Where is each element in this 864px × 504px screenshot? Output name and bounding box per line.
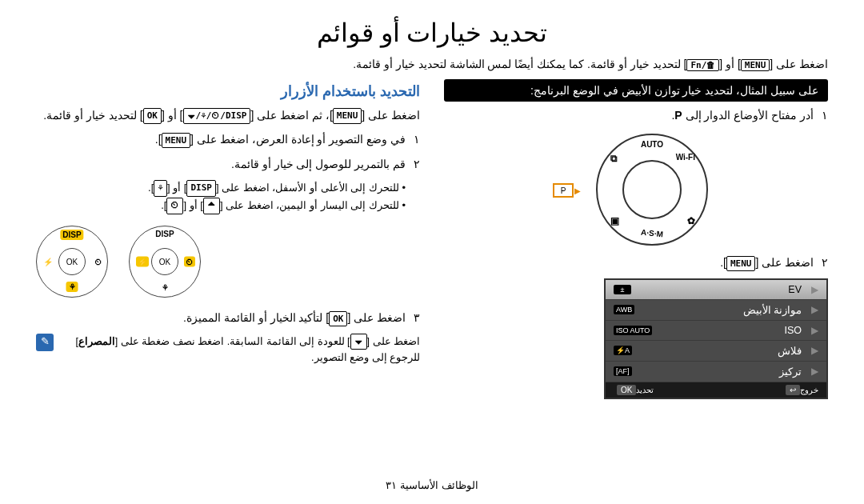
- t: اضغط على: [773, 58, 828, 70]
- menu-row-ev[interactable]: ± EV ▶: [606, 280, 826, 300]
- menu-icon: ±: [614, 285, 631, 294]
- page-title: تحديد خيارات أو قوائم: [0, 0, 864, 48]
- menu-label: ISO: [652, 325, 808, 336]
- mode-dial: P AUTO Wi-Fi A·S·M ✿ ▣ ⧉: [548, 130, 724, 250]
- t: لتحديد خيار أو قائمة.: [43, 109, 137, 122]
- dial-pointer-p: P: [553, 183, 574, 198]
- menu-screenshot: ± EV ▶ AWB موازنة الأبيض ▶ ISO AUTO ISO …: [604, 278, 828, 399]
- t: ، ثم اضغط على: [254, 109, 330, 122]
- t: أو: [165, 109, 177, 122]
- t: للعودة إلى القائمة السابقة. اضغط نصف ضغط…: [118, 336, 344, 347]
- timer-icon: ⏲: [94, 258, 102, 266]
- dial-frame: ⧉: [610, 153, 618, 164]
- section-buttons: التحديد باستخدام الأزرار اضغط على [MENU]…: [36, 79, 420, 399]
- mode-p: P: [674, 109, 682, 122]
- foot-sel: تحديد: [636, 386, 654, 394]
- nav-pad-vertical: DISP ⚡ ⏲ ⚘ OK: [36, 226, 108, 298]
- flower-icon-hl: ⚘: [66, 282, 78, 292]
- section-title-buttons: التحديد باستخدام الأزرار: [36, 82, 420, 100]
- menu-label: فلاش: [632, 345, 808, 357]
- step-num: ١: [414, 133, 420, 146]
- menu-btn-label: MENU: [726, 256, 756, 272]
- t: اضغط على: [365, 109, 420, 122]
- bullet-horiz: • للتحرك إلى اليسار أو اليمين، اضغط على …: [36, 197, 406, 214]
- chevron-icon: ▶: [811, 366, 818, 377]
- menu-icon: AWB: [614, 305, 634, 314]
- t: .: [720, 256, 723, 269]
- nav-combo-label: 🞃/⚘/⏲/DISP: [183, 108, 251, 124]
- page-footer: الوظائف الأساسية ٣١: [0, 479, 864, 491]
- dial-inner: [622, 160, 682, 219]
- t: اضغط على: [350, 311, 406, 324]
- menu-footer: OKتحديد ↩خروج: [606, 382, 826, 398]
- ex-step-2: ٢ اضغط على [MENU].: [444, 254, 828, 271]
- menu-btn-label: MENU: [741, 59, 770, 71]
- foot-exit: خروج: [800, 386, 818, 394]
- back-btn-label: 🞃: [350, 334, 367, 350]
- ok-btn-label: OK: [143, 108, 162, 124]
- step-1: ١ في وضع التصوير أو إعادة العرض، اضغط عل…: [36, 130, 420, 148]
- shutter-label: المصراع: [78, 336, 115, 347]
- dial-ring: AUTO Wi-Fi A·S·M ✿ ▣ ⧉: [596, 134, 708, 246]
- t: لتحديد خيار أو قائمة. كما يمكنك أيضًا لم…: [353, 58, 680, 70]
- menu-label: موازنة الأبيض: [634, 304, 808, 316]
- nav-pad-horizontal: DISP ⚡ ⏲ ⚘ OK: [129, 226, 201, 298]
- menu-row-wb[interactable]: AWB موازنة الأبيض ▶: [606, 300, 826, 321]
- chevron-icon: ▶: [811, 325, 818, 336]
- t: اضغط على: [758, 256, 814, 269]
- step-num: ٢: [414, 158, 420, 170]
- intro: اضغط على [MENU] أو [Fn/🗑] لتحديد خيار أو…: [0, 48, 864, 71]
- step-num: ٢: [822, 256, 828, 269]
- note: ✎ اضغط على [🞃] للعودة إلى القائمة السابق…: [36, 334, 420, 366]
- ok-btn-label: OK: [329, 311, 347, 327]
- pad-ok: OK: [151, 248, 178, 275]
- menu-btn-label: MENU: [162, 133, 191, 149]
- foot-back: ↩: [786, 385, 800, 395]
- section-example: على سبيل المثال، لتحديد خيار توازن الأبي…: [444, 79, 828, 399]
- t: .: [161, 199, 164, 211]
- fn-btn-label: Fn/🗑: [686, 59, 719, 71]
- menu-icon: ISO AUTO: [614, 326, 652, 335]
- menu-row-focus[interactable]: [AF] تركيز ▶: [606, 362, 826, 382]
- menu-label: EV: [631, 284, 808, 295]
- chevron-icon: ▶: [811, 304, 818, 315]
- pad-disp: DISP: [155, 230, 174, 238]
- pad-disp-hl: DISP: [60, 230, 83, 240]
- t: أو: [170, 182, 182, 194]
- flash-icon-hl: ⚡: [136, 257, 149, 267]
- dial-auto: AUTO: [641, 140, 663, 149]
- t: للرجوع إلى وضع التصوير.: [311, 352, 420, 363]
- timer-icon-hl: ⏲: [184, 257, 195, 267]
- t: في وضع التصوير أو إعادة العرض، اضغط على: [194, 133, 406, 146]
- dial-scn: ✿: [687, 215, 695, 226]
- menu-icon: ⚡A: [614, 346, 632, 355]
- para-buttons: اضغط على [MENU]، ثم اضغط على [🞃/⚘/⏲/DISP…: [36, 106, 420, 124]
- t: اضغط على: [370, 336, 420, 347]
- flash-btn-label: 🞁: [203, 198, 220, 214]
- timer-btn-label: ⏲: [166, 198, 183, 214]
- t: .: [148, 182, 151, 194]
- pad-ok: OK: [58, 248, 86, 275]
- ex-step-1: ١ أدر مفتاح الأوضاع الدوار إلى P.: [444, 106, 828, 124]
- dial-wifi: Wi-Fi: [676, 153, 695, 162]
- step-3: ٣ اضغط على [OK] لتأكيد الخيار أو القائمة…: [36, 309, 420, 326]
- bullet-vert: • للتحرك إلى الأعلى أو الأسفل، اضغط على …: [36, 179, 406, 197]
- menu-row-flash[interactable]: ⚡A فلاش ▶: [606, 341, 826, 362]
- menu-icon: [AF]: [614, 366, 632, 376]
- t: أو: [722, 58, 734, 70]
- menu-row-iso[interactable]: ISO AUTO ISO ▶: [606, 321, 826, 341]
- foot-ok: OK: [617, 385, 636, 395]
- flower-btn-label: ⚘: [154, 180, 167, 197]
- chevron-icon: ▶: [811, 284, 818, 295]
- example-bar: على سبيل المثال، لتحديد خيار توازن الأبي…: [444, 79, 828, 102]
- note-text: اضغط على [🞃] للعودة إلى القائمة السابقة.…: [60, 334, 420, 366]
- step-num: ٣: [414, 311, 420, 324]
- dial-mov: ▣: [610, 215, 619, 226]
- chevron-icon: ▶: [811, 345, 818, 356]
- flower-icon: ⚘: [162, 283, 169, 292]
- t: .: [155, 133, 158, 146]
- menu-label: تركيز: [632, 366, 808, 378]
- t: للتحرك إلى اليسار أو اليمين، اضغط على: [223, 199, 399, 211]
- step-2: ٢ قم بالتمرير للوصول إلى خيار أو قائمة.: [36, 155, 420, 173]
- t: أو: [186, 199, 198, 211]
